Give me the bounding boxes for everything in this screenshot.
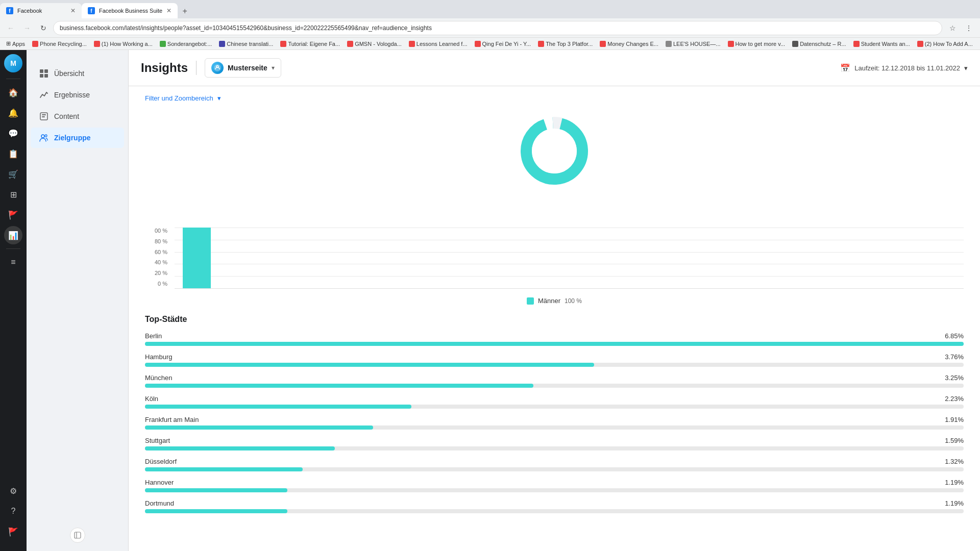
settings-icon[interactable]: ⋮ [962, 21, 976, 35]
bookmark-datenschutz-label: Datenschutz – R... [800, 41, 846, 47]
city-pct: 1.32% [945, 458, 964, 465]
yt-icon-10 [917, 41, 923, 47]
nav-rail-bottom: ⚙ ? 🚩 [4, 482, 22, 547]
nav-chart-icon[interactable]: 📊 [4, 226, 22, 244]
sidebar-item-ubersicht-label: Übersicht [54, 69, 84, 78]
page-selector-name: Musterseite [228, 64, 267, 72]
bookmark-money[interactable]: Money Changes E... [598, 40, 660, 48]
bookmark-how-working[interactable]: (1) How Working a... [92, 40, 155, 48]
new-tab-button[interactable]: + [178, 4, 192, 18]
sidebar-nav: Übersicht Ergebnisse Content Zielgruppe [27, 58, 128, 519]
bookmark-more-views-label: How to get more v... [736, 41, 786, 47]
bookmark-star-icon[interactable]: ☆ [945, 21, 960, 35]
chinese-icon [219, 41, 225, 47]
nav-help-icon[interactable]: ? [4, 502, 22, 520]
nav-flag-icon[interactable]: 🚩 [4, 206, 22, 224]
tab-facebook-close[interactable]: ✕ [70, 7, 76, 14]
back-button[interactable]: ← [4, 21, 17, 35]
bookmark-lee[interactable]: LEE'S HOUSE—... [664, 40, 723, 48]
svg-rect-9 [75, 532, 81, 538]
bookmark-apps-label: Apps [12, 41, 25, 47]
bookmark-apps[interactable]: ⊞ Apps [4, 39, 27, 48]
bookmark-gmsn[interactable]: GMSN - Vologda... [345, 40, 404, 48]
bookmark-chinese[interactable]: Chinese translati... [217, 40, 275, 48]
city-bar-track [145, 405, 964, 409]
city-name: Berlin [145, 332, 162, 340]
donut-chart [513, 110, 595, 192]
city-row-dortmund: Dortmund 1.19% [145, 499, 964, 513]
tab-facebook[interactable]: f Facebook ✕ [0, 3, 82, 18]
nav-shop-icon[interactable]: 🛒 [4, 165, 22, 183]
city-bar-track [145, 446, 964, 450]
city-pct: 6.85% [945, 332, 964, 340]
city-bar-fill [145, 467, 303, 471]
city-name: München [145, 374, 172, 382]
bookmark-top3[interactable]: The Top 3 Platfor... [536, 40, 595, 48]
city-name: Frankfurt am Main [145, 416, 199, 423]
svg-rect-5 [42, 114, 46, 115]
content-scroll[interactable]: Filter und Zoombereich ▾ [129, 86, 980, 551]
city-bar-fill [145, 363, 594, 367]
filter-bar[interactable]: Filter und Zoombereich ▾ [145, 94, 964, 102]
nav-menu-icon[interactable]: ≡ [4, 253, 22, 271]
city-bar-track [145, 509, 964, 513]
top-cities-title: Top-Städte [145, 315, 964, 324]
y-label-20: 20 % [145, 270, 170, 276]
ergebnisse-icon [39, 90, 49, 100]
sidebar-collapse-button[interactable] [70, 528, 85, 543]
dropdown-arrow-icon: ▾ [272, 64, 275, 71]
bookmark-lessons[interactable]: Lessons Learned f... [407, 40, 470, 48]
legend-label-mannen: Männer [538, 297, 560, 305]
city-pct: 3.25% [945, 374, 964, 382]
svg-rect-3 [44, 74, 48, 78]
city-header: Dortmund 1.19% [145, 499, 964, 507]
page-selector[interactable]: Musterseite ▾ [205, 58, 281, 78]
business-suite-favicon: f [88, 7, 95, 14]
bar-chart-section: 00 % 80 % 60 % 40 % 20 % 0 % [145, 212, 964, 305]
tab-business-suite[interactable]: f Facebook Business Suite ✕ [82, 3, 178, 18]
nav-grid-icon[interactable]: ⊞ [4, 185, 22, 204]
nav-settings-icon[interactable]: ⚙ [4, 482, 22, 500]
phone-icon [32, 41, 38, 47]
sidebar-item-zielgruppe[interactable]: Zielgruppe [31, 128, 124, 148]
reload-button[interactable]: ↻ [37, 21, 50, 35]
city-bar-fill [145, 509, 287, 513]
nav-chat-icon[interactable]: 💬 [4, 124, 22, 142]
user-avatar[interactable]: M [4, 54, 22, 72]
forward-button[interactable]: → [20, 21, 34, 35]
bookmark-money-label: Money Changes E... [607, 41, 658, 47]
bookmark-gmsn-label: GMSN - Vologda... [355, 41, 402, 47]
bookmark-datenschutz[interactable]: Datenschutz – R... [790, 40, 848, 48]
bookmark-more-views[interactable]: How to get more v... [726, 40, 788, 48]
bookmark-phone[interactable]: Phone Recycling... [30, 40, 89, 48]
bookmark-qing[interactable]: Qing Fei De Yi - Y... [473, 40, 533, 48]
city-header: Köln 2.23% [145, 395, 964, 403]
sidebar-item-content[interactable]: Content [31, 106, 124, 127]
bookmark-chinese-label: Chinese translati... [227, 41, 273, 47]
city-header: Frankfurt am Main 1.91% [145, 416, 964, 423]
nav-alert-icon[interactable]: 🔔 [4, 104, 22, 122]
content-inner: Filter und Zoombereich ▾ [129, 86, 980, 537]
date-range[interactable]: 📅 Laufzeit: 12.12.2018 bis 11.01.2022 ▾ [840, 63, 968, 73]
bookmark-sonderangebot[interactable]: Sonderangebot:... [158, 40, 214, 48]
bookmarks-bar: ⊞ Apps Phone Recycling... (1) How Workin… [0, 38, 980, 50]
sonder-icon [160, 41, 166, 47]
bookmark-student[interactable]: Student Wants an... [851, 40, 912, 48]
date-range-arrow: ▾ [964, 64, 968, 72]
sidebar-item-ergebnisse[interactable]: Ergebnisse [31, 85, 124, 105]
city-row-stuttgart: Stuttgart 1.59% [145, 437, 964, 450]
facebook-favicon: f [6, 7, 13, 14]
address-bar[interactable]: business.facebook.com/latest/insights/pe… [53, 21, 942, 35]
sidebar-item-ubersicht[interactable]: Übersicht [31, 63, 124, 84]
sidebar: Übersicht Ergebnisse Content Zielgruppe [27, 50, 129, 551]
nav-home-icon[interactable]: 🏠 [4, 83, 22, 102]
tab-business-suite-close[interactable]: ✕ [166, 7, 172, 14]
nav-feedback-icon[interactable]: 🚩 [4, 522, 22, 541]
nav-clipboard-icon[interactable]: 📋 [4, 144, 22, 163]
city-pct: 1.19% [945, 479, 964, 486]
city-name: Hannover [145, 479, 174, 486]
bookmark-how-add[interactable]: (2) How To Add A... [915, 40, 975, 48]
city-bar-fill [145, 384, 533, 388]
bookmark-tutorial[interactable]: Tutorial: Eigene Fa... [278, 40, 342, 48]
city-row-berlin: Berlin 6.85% [145, 332, 964, 346]
